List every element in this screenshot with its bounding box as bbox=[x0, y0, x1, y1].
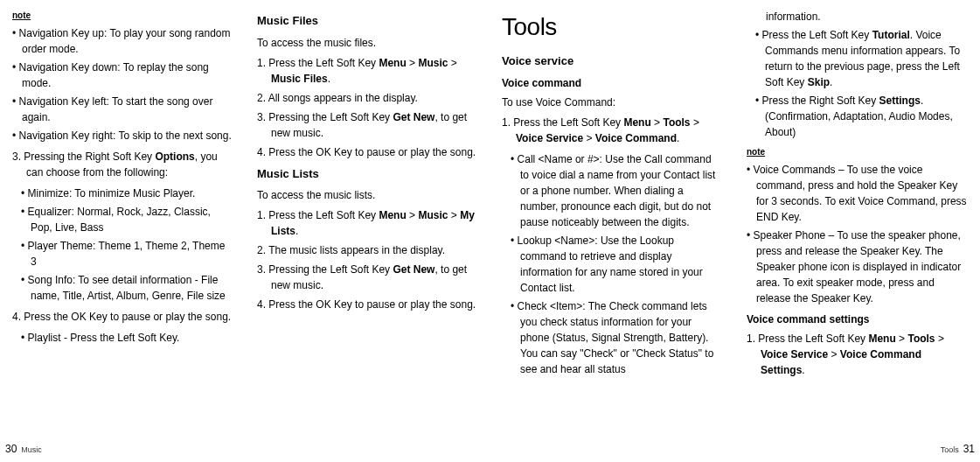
text-bold: Settings bbox=[879, 94, 921, 107]
note-label: note bbox=[12, 9, 233, 22]
list-item: Playlist - Press the Left Soft Key. bbox=[21, 330, 233, 346]
list-item: Minimize: To minimize Music Player. bbox=[21, 186, 233, 201]
text-bold: Music bbox=[418, 57, 448, 69]
text: To access the music lists. bbox=[257, 187, 477, 203]
playlist-bullet: Playlist - Press the Left Soft Key. bbox=[12, 330, 233, 346]
note-bullets: Voice Commands – To use the voice comman… bbox=[747, 162, 968, 306]
text: 3. Pressing the Right Soft Key bbox=[12, 150, 155, 163]
heading-voice-command: Voice command bbox=[502, 75, 722, 91]
text: To access the music files. bbox=[257, 35, 477, 51]
text: > bbox=[896, 332, 908, 345]
text: 3. Pressing the Left Soft Key bbox=[257, 111, 393, 123]
footer-label: Tools bbox=[941, 444, 959, 457]
text-bold: Music bbox=[418, 209, 448, 221]
text-bold: Menu bbox=[379, 57, 406, 69]
text-bold: Tools bbox=[907, 332, 935, 345]
heading-music-lists: Music Lists bbox=[257, 165, 477, 183]
list-item: Press the Left Soft Key Tutorial. Voice … bbox=[755, 27, 968, 90]
list-item: Check <Item>: The Check command lets you… bbox=[511, 298, 722, 377]
note-label: note bbox=[747, 145, 968, 158]
text-bold: Menu bbox=[379, 209, 406, 221]
text: 1. Press the Left Soft Key bbox=[747, 332, 868, 345]
text: 4. Press the OK Key to pause or play the… bbox=[12, 309, 233, 325]
heading-tools: Tools bbox=[502, 9, 722, 46]
text: 2. All songs appears in the display. bbox=[257, 90, 477, 106]
list-item: Voice Commands – To use the voice comman… bbox=[747, 162, 968, 225]
heading-voice-command-settings: Voice command settings bbox=[747, 312, 968, 327]
text: > bbox=[691, 116, 699, 129]
text-bold: Music Files bbox=[271, 73, 328, 85]
text-bold: Voice Service bbox=[761, 348, 828, 360]
text: 1. Press the Left Soft Key bbox=[502, 116, 623, 129]
step4: 4. Press the OK Key to pause or play the… bbox=[12, 309, 233, 325]
text-bold: Options bbox=[155, 150, 194, 163]
text-bold: Skip bbox=[808, 76, 830, 88]
text: > bbox=[407, 209, 419, 221]
column-3: Tools Voice service Voice command To use… bbox=[490, 0, 734, 462]
vc-settings-step1: 1. Press the Left Soft Key Menu > Tools … bbox=[747, 331, 968, 378]
list-item: Speaker Phone – To use the speaker phone… bbox=[747, 228, 968, 306]
text-bold: Menu bbox=[623, 116, 650, 129]
footer-left: 30 Music bbox=[5, 441, 42, 457]
continuation-text: information. bbox=[747, 9, 968, 24]
list-item: Song Info: To see detail information - F… bbox=[21, 272, 233, 304]
text-bold: Tools bbox=[663, 116, 690, 129]
list-item: Equalizer: Normal, Rock, Jazz, Classic, … bbox=[21, 204, 233, 235]
list-item: Navigation Key left: To start the song o… bbox=[12, 94, 233, 125]
list-item: Navigation Key right: To skip to the nex… bbox=[12, 128, 233, 144]
column-4: information. Press the Left Soft Key Tut… bbox=[734, 0, 980, 462]
text: 1. Press the Left Soft Key bbox=[257, 57, 379, 69]
column-1: note Navigation Key up: To play your son… bbox=[0, 0, 245, 462]
text: > bbox=[448, 209, 460, 221]
heading-voice-service: Voice service bbox=[502, 52, 722, 70]
text: . bbox=[802, 364, 804, 376]
text-bold: Tutorial bbox=[872, 29, 910, 41]
step3: 3. Pressing the Right Soft Key Options, … bbox=[12, 149, 233, 180]
text: > bbox=[651, 116, 664, 129]
text: > bbox=[448, 57, 456, 69]
text: . bbox=[328, 73, 330, 85]
text-bold: Voice Command bbox=[595, 132, 677, 144]
text: 2. The music lists appears in the displa… bbox=[257, 242, 477, 258]
text: > bbox=[407, 57, 419, 69]
list-item: Player Theme: Theme 1, Theme 2, Theme 3 bbox=[21, 238, 233, 270]
heading-music-files: Music Files bbox=[257, 12, 477, 30]
page: note Navigation Key up: To play your son… bbox=[0, 0, 980, 462]
text: > bbox=[583, 132, 595, 144]
text: 4. Press the OK Key to pause or play the… bbox=[257, 144, 477, 160]
text-bold: Get New bbox=[393, 263, 434, 276]
text-bold: Get New bbox=[393, 111, 434, 123]
options-bullets: Minimize: To minimize Music Player. Equa… bbox=[12, 186, 233, 304]
text: . bbox=[830, 76, 832, 88]
text: Press the Right Soft Key bbox=[762, 94, 879, 107]
continuation-bullets: Press the Left Soft Key Tutorial. Voice … bbox=[747, 27, 968, 140]
text: 1. Press the Left Soft Key bbox=[257, 209, 379, 221]
column-2: Music Files To access the music files. 1… bbox=[245, 0, 490, 462]
list-item: Lookup <Name>: Use the Lookup command to… bbox=[511, 233, 722, 296]
text-bold: Voice Service bbox=[516, 132, 583, 144]
page-number: 31 bbox=[963, 441, 975, 457]
list-item: Navigation Key up: To play your song ran… bbox=[12, 25, 233, 57]
list-item: Navigation Key down: To replay the song … bbox=[12, 60, 233, 91]
voice-command-bullets: Call <Name or #>: Use the Call command t… bbox=[502, 151, 722, 377]
text: To use Voice Command: bbox=[502, 94, 722, 110]
text: . bbox=[295, 225, 298, 237]
page-number: 30 bbox=[5, 441, 17, 457]
text: . bbox=[677, 132, 679, 144]
text: Press the Left Soft Key bbox=[762, 29, 872, 41]
text: 3. Pressing the Left Soft Key bbox=[257, 263, 393, 276]
text: > bbox=[935, 332, 944, 345]
music-lists-steps: 1. Press the Left Soft Key Menu > Music … bbox=[257, 207, 477, 312]
nav-bullets: Navigation Key up: To play your song ran… bbox=[12, 25, 233, 144]
footer-right: Tools 31 bbox=[941, 441, 975, 457]
text-bold: Menu bbox=[868, 332, 895, 345]
text: > bbox=[828, 348, 840, 360]
voice-command-step1: 1. Press the Left Soft Key Menu > Tools … bbox=[502, 115, 722, 146]
music-files-steps: 1. Press the Left Soft Key Menu > Music … bbox=[257, 55, 477, 160]
text: 4. Press the OK Key to pause or play the… bbox=[257, 297, 477, 312]
footer-label: Music bbox=[21, 444, 42, 457]
list-item: Press the Right Soft Key Settings. (Conf… bbox=[755, 93, 968, 140]
list-item: Call <Name or #>: Use the Call command t… bbox=[511, 151, 722, 230]
